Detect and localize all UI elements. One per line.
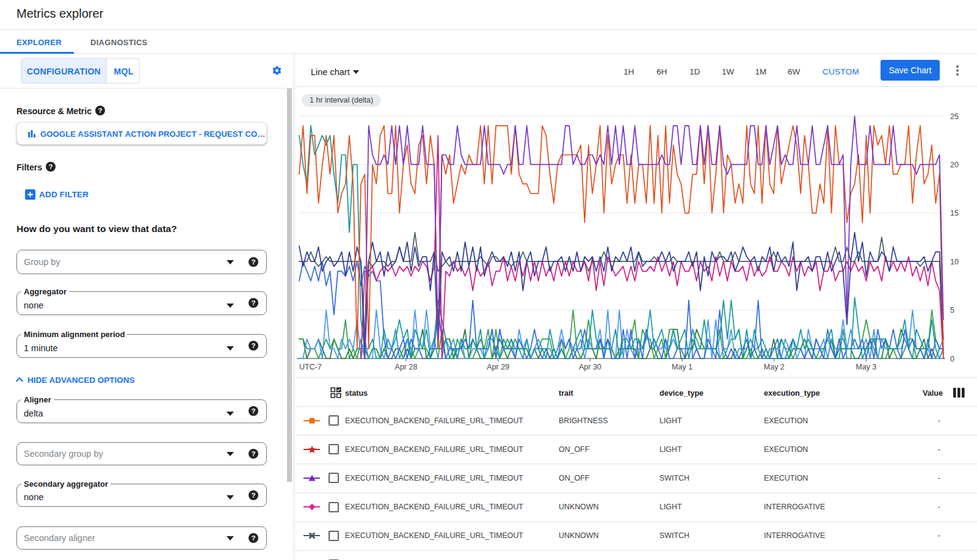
svg-text:5: 5 xyxy=(950,306,954,315)
svg-text:May 1: May 1 xyxy=(672,363,692,371)
svg-text:Apr 28: Apr 28 xyxy=(395,363,418,371)
svg-text:Apr 29: Apr 29 xyxy=(487,363,509,371)
svg-text:UTC-7: UTC-7 xyxy=(299,363,322,371)
svg-text:15: 15 xyxy=(950,209,959,217)
svg-text:10: 10 xyxy=(950,258,959,266)
svg-text:May 2: May 2 xyxy=(764,363,785,371)
svg-text:0: 0 xyxy=(950,355,954,363)
svg-text:25: 25 xyxy=(950,112,959,121)
svg-text:20: 20 xyxy=(950,161,959,169)
svg-text:May 3: May 3 xyxy=(855,363,876,371)
svg-text:Apr 30: Apr 30 xyxy=(579,363,601,371)
